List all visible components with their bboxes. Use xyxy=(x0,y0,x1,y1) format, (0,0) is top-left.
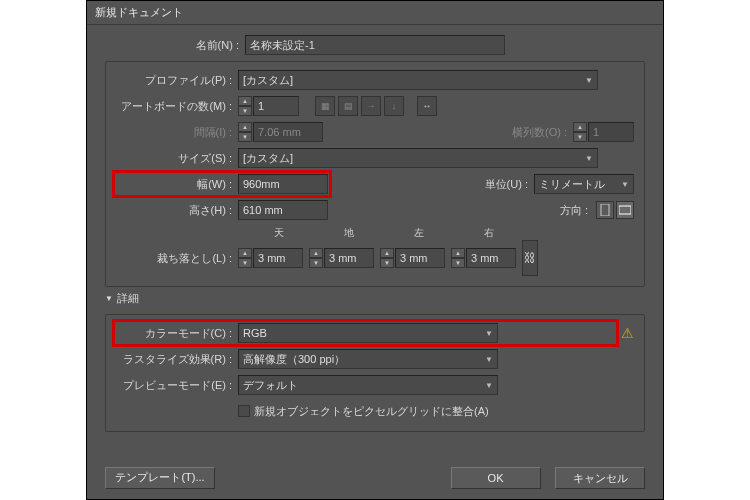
columns-input xyxy=(588,122,634,142)
bleed-top-stepper[interactable]: ▲▼ xyxy=(238,248,252,268)
width-input[interactable] xyxy=(238,174,328,194)
bleed-bottom-input[interactable] xyxy=(324,248,374,268)
bleed-right-input[interactable] xyxy=(466,248,516,268)
name-input[interactable] xyxy=(245,35,505,55)
arrange-down-icon[interactable]: ↓ xyxy=(384,96,404,116)
new-document-dialog: 新規ドキュメント 名前(N) : プロファイル(P) : [カスタム]▼ アート… xyxy=(86,0,664,500)
pixelgrid-checkbox[interactable] xyxy=(238,405,250,417)
bleed-right-label: 右 xyxy=(454,226,524,240)
colormode-highlight: カラーモード(C) : RGB▼ xyxy=(116,323,615,343)
pixelgrid-label: 新規オブジェクトをピクセルグリッドに整合(A) xyxy=(254,404,489,419)
bleed-bottom-stepper[interactable]: ▲▼ xyxy=(309,248,323,268)
spacing-label: 間隔(I) : xyxy=(116,125,238,140)
width-highlight: 幅(W) : xyxy=(116,174,328,194)
colormode-label: カラーモード(C) : xyxy=(116,326,238,341)
size-value: [カスタム] xyxy=(243,151,293,166)
orientation-landscape-icon[interactable] xyxy=(616,201,634,219)
svg-rect-1 xyxy=(619,206,631,214)
profile-value: [カスタム] xyxy=(243,73,293,88)
details-fieldset: カラーモード(C) : RGB▼ ⚠ ラスタライズ効果(R) : 高解像度（30… xyxy=(105,314,645,432)
preview-select[interactable]: デフォルト▼ xyxy=(238,375,498,395)
chevron-down-icon: ▼ xyxy=(617,180,629,189)
spacing-stepper: ▲▼ xyxy=(238,122,252,142)
bleed-top-label: 天 xyxy=(244,226,314,240)
details-toggle[interactable]: ▼ 詳細 xyxy=(105,291,645,306)
warning-icon: ⚠ xyxy=(621,325,634,341)
details-label: 詳細 xyxy=(117,291,139,306)
bleed-bottom-label: 地 xyxy=(314,226,384,240)
chevron-down-icon: ▼ xyxy=(481,381,493,390)
chevron-down-icon: ▼ xyxy=(581,76,593,85)
bleed-left-input[interactable] xyxy=(395,248,445,268)
arrange-right-icon[interactable]: → xyxy=(361,96,381,116)
bleed-left-label: 左 xyxy=(384,226,454,240)
columns-label: 横列数(O) : xyxy=(512,125,573,140)
cancel-button[interactable]: キャンセル xyxy=(555,467,645,489)
width-label: 幅(W) : xyxy=(116,177,238,192)
dialog-title: 新規ドキュメント xyxy=(87,1,663,25)
bleed-left-stepper[interactable]: ▲▼ xyxy=(380,248,394,268)
units-value: ミリメートル xyxy=(539,177,605,192)
svg-rect-0 xyxy=(601,204,609,216)
preview-label: プレビューモード(E) : xyxy=(116,378,238,393)
height-input[interactable] xyxy=(238,200,328,220)
colormode-value: RGB xyxy=(243,327,267,339)
artboards-input[interactable] xyxy=(253,96,299,116)
bleed-top-input[interactable] xyxy=(253,248,303,268)
raster-label: ラスタライズ効果(R) : xyxy=(116,352,238,367)
triangle-down-icon: ▼ xyxy=(105,294,113,303)
columns-stepper: ▲▼ xyxy=(573,122,587,142)
colormode-select[interactable]: RGB▼ xyxy=(238,323,498,343)
orientation-portrait-icon[interactable] xyxy=(596,201,614,219)
link-bleed-icon[interactable]: ⛓ xyxy=(522,240,538,276)
profile-label: プロファイル(P) : xyxy=(116,73,238,88)
raster-value: 高解像度（300 ppi） xyxy=(243,352,345,367)
main-fieldset: プロファイル(P) : [カスタム]▼ アートボードの数(M) : ▲▼ ▦ ▤… xyxy=(105,61,645,287)
units-label: 単位(U) : xyxy=(485,177,534,192)
artboards-label: アートボードの数(M) : xyxy=(116,99,238,114)
chevron-down-icon: ▼ xyxy=(581,154,593,163)
raster-select[interactable]: 高解像度（300 ppi）▼ xyxy=(238,349,498,369)
chevron-down-icon: ▼ xyxy=(481,355,493,364)
grid-by-col-icon[interactable]: ▤ xyxy=(338,96,358,116)
profile-select[interactable]: [カスタム]▼ xyxy=(238,70,598,90)
size-label: サイズ(S) : xyxy=(116,151,238,166)
bleed-label: 裁ち落とし(L) : xyxy=(116,251,238,266)
template-button[interactable]: テンプレート(T)... xyxy=(105,467,215,489)
size-select[interactable]: [カスタム]▼ xyxy=(238,148,598,168)
arrange-ltr-icon[interactable]: ↔ xyxy=(417,96,437,116)
units-select[interactable]: ミリメートル▼ xyxy=(534,174,634,194)
orientation-label: 方向 : xyxy=(560,203,594,218)
spacing-input xyxy=(253,122,323,142)
bleed-right-stepper[interactable]: ▲▼ xyxy=(451,248,465,268)
name-label: 名前(N) : xyxy=(105,38,245,53)
preview-value: デフォルト xyxy=(243,378,298,393)
artboards-stepper[interactable]: ▲▼ xyxy=(238,96,252,116)
grid-by-row-icon[interactable]: ▦ xyxy=(315,96,335,116)
ok-button[interactable]: OK xyxy=(451,467,541,489)
height-label: 高さ(H) : xyxy=(116,203,238,218)
chevron-down-icon: ▼ xyxy=(481,329,493,338)
